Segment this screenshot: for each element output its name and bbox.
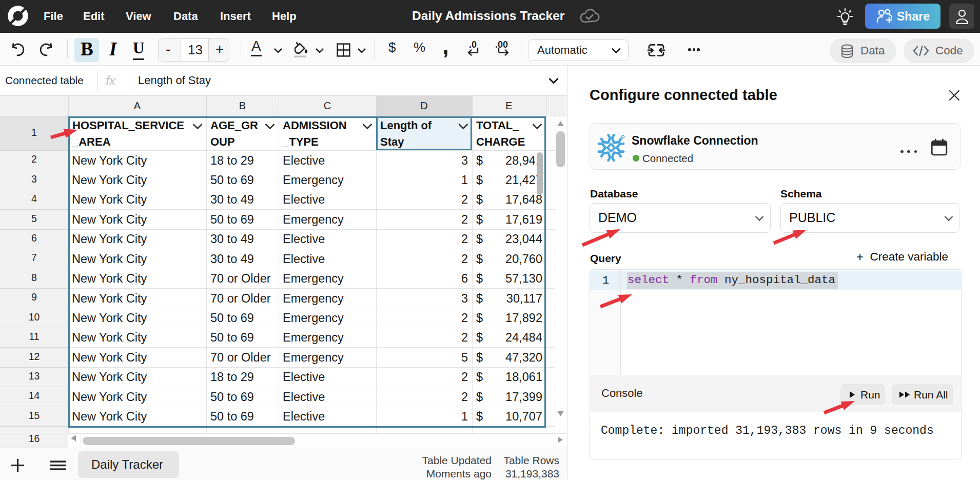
svg-text:.0: .0 bbox=[469, 40, 477, 50]
svg-text:.00: .00 bbox=[495, 40, 508, 50]
